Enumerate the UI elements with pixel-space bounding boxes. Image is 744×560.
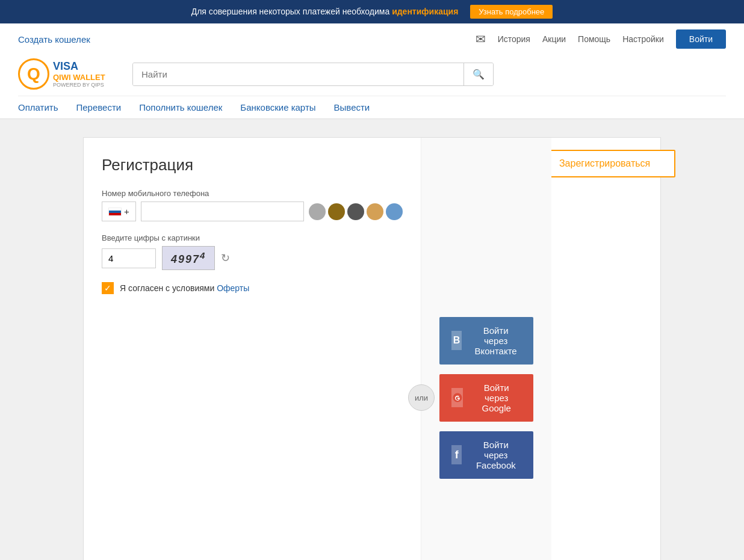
header-right: ✉ История Акции Помощь Настройки Войти bbox=[476, 29, 726, 49]
logo-visa: VISA bbox=[53, 60, 105, 73]
logo: Q VISA QIWI WALLET POWERED BY QIPS bbox=[18, 58, 114, 90]
main-content: Регистрация Номер мобильного телефона + bbox=[0, 119, 744, 560]
phone-dots bbox=[309, 203, 403, 220]
nav-pay[interactable]: Оплатить bbox=[18, 102, 58, 118]
flag-ru bbox=[108, 208, 122, 216]
mail-icon[interactable]: ✉ bbox=[476, 32, 486, 46]
create-wallet-link[interactable]: Создать кошелек bbox=[18, 34, 90, 45]
dot-tan bbox=[367, 203, 383, 220]
captcha-input[interactable] bbox=[102, 248, 156, 268]
plus-sign: + bbox=[124, 206, 129, 217]
login-button[interactable]: Войти bbox=[676, 29, 726, 49]
facebook-icon: f bbox=[451, 445, 462, 464]
banner-text: Для совершения некоторых платежей необхо… bbox=[191, 7, 392, 16]
settings-link[interactable]: Настройки bbox=[622, 34, 664, 44]
logo-qiwi: QIWI WALLET bbox=[53, 73, 105, 82]
search-box: 🔍 bbox=[132, 63, 494, 86]
vk-icon: В bbox=[451, 331, 462, 350]
registration-title: Регистрация bbox=[102, 156, 403, 174]
captcha-refresh-icon[interactable]: ↻ bbox=[221, 251, 230, 265]
dot-gray bbox=[309, 203, 326, 220]
oferta-link[interactable]: Оферты bbox=[217, 283, 249, 293]
phone-input[interactable] bbox=[141, 202, 304, 221]
top-banner: Для совершения некоторых платежей необхо… bbox=[0, 0, 744, 23]
checkmark-icon: ✓ bbox=[104, 283, 111, 293]
learn-more-button[interactable]: Узнать подробнее bbox=[470, 5, 553, 19]
agree-checkbox[interactable]: ✓ bbox=[102, 282, 114, 294]
form-area: Регистрация Номер мобильного телефона + bbox=[84, 138, 421, 560]
phone-row: + bbox=[102, 202, 403, 221]
header-top: Создать кошелек ✉ История Акции Помощь Н… bbox=[18, 23, 726, 52]
nav-cards[interactable]: Банковские карты bbox=[240, 102, 315, 118]
logo-q-letter: Q bbox=[27, 66, 40, 82]
dot-brown bbox=[328, 203, 345, 220]
dot-dark bbox=[347, 203, 364, 220]
phone-prefix: + bbox=[102, 202, 136, 221]
or-circle: или bbox=[408, 384, 435, 411]
captcha-text: 49974 bbox=[171, 253, 206, 265]
nav-transfer[interactable]: Перевести bbox=[76, 102, 122, 118]
history-link[interactable]: История bbox=[498, 34, 530, 44]
main-nav: Оплатить Перевести Пополнить кошелек Бан… bbox=[18, 96, 726, 118]
vk-login-button[interactable]: В Войти через Вконтакте bbox=[439, 317, 533, 365]
facebook-login-button[interactable]: f Войти через Facebook bbox=[439, 431, 533, 479]
captcha-image: 49974 bbox=[162, 246, 215, 270]
nav-withdraw[interactable]: Вывести bbox=[334, 102, 370, 118]
dot-blue bbox=[386, 203, 403, 220]
registration-container: Регистрация Номер мобильного телефона + bbox=[83, 137, 661, 560]
phone-label: Номер мобильного телефона bbox=[102, 189, 403, 198]
agree-text: Я согласен с условиями Оферты bbox=[120, 283, 249, 293]
google-login-button[interactable]: Войти через Google bbox=[439, 374, 533, 422]
social-area: или В Войти через Вконтакте Войти через … bbox=[421, 138, 551, 560]
logo-text-block: VISA QIWI WALLET POWERED BY QIPS bbox=[53, 60, 105, 88]
top-section: Регистрация Номер мобильного телефона + bbox=[84, 138, 516, 560]
agree-row: ✓ Я согласен с условиями Оферты bbox=[102, 282, 403, 294]
banner-link[interactable]: идентификация bbox=[392, 7, 458, 16]
captcha-row: 49974 ↻ bbox=[102, 246, 403, 270]
help-link[interactable]: Помощь bbox=[578, 34, 610, 44]
register-button[interactable]: Зарегистрироваться bbox=[534, 150, 675, 177]
google-icon bbox=[451, 388, 463, 407]
header: Создать кошелек ✉ История Акции Помощь Н… bbox=[0, 23, 744, 119]
logo-circle: Q bbox=[18, 58, 49, 90]
promotions-link[interactable]: Акции bbox=[542, 34, 566, 44]
search-button[interactable]: 🔍 bbox=[463, 63, 493, 85]
logo-powered: POWERED BY QIPS bbox=[53, 82, 105, 88]
captcha-label: Введите цифры с картинки bbox=[102, 233, 403, 242]
header-middle: Q VISA QIWI WALLET POWERED BY QIPS 🔍 bbox=[18, 52, 726, 96]
nav-topup[interactable]: Пополнить кошелек bbox=[139, 102, 222, 118]
search-input[interactable] bbox=[133, 63, 463, 85]
